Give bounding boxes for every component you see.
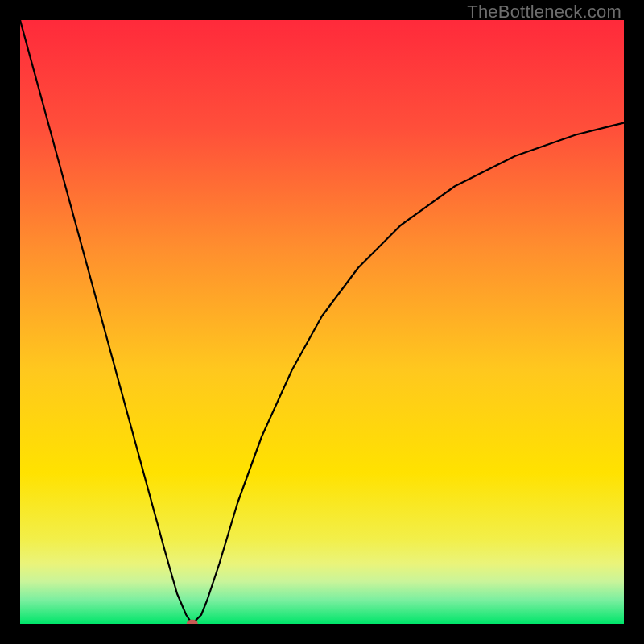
chart-frame: TheBottleneck.com <box>0 0 644 644</box>
chart-svg <box>20 20 624 624</box>
plot-area <box>20 20 624 624</box>
gradient-background <box>20 20 624 624</box>
